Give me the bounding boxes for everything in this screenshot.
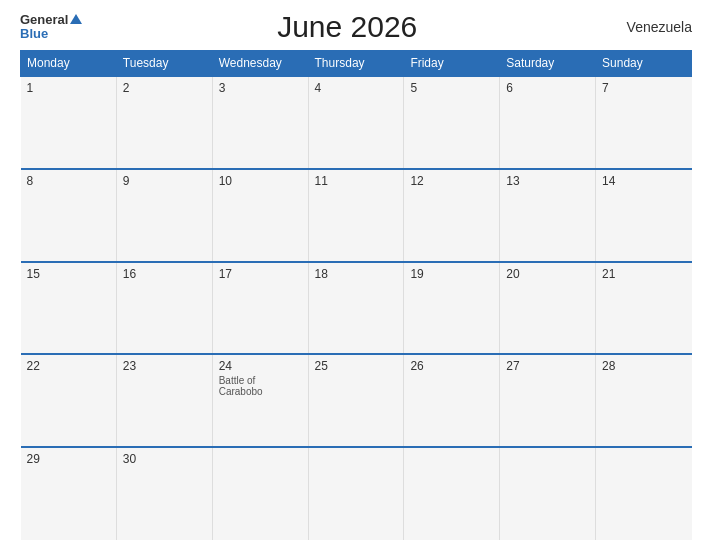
day-number: 13 <box>506 174 589 188</box>
column-header-sunday: Sunday <box>596 51 692 77</box>
page-header: General Blue June 2026 Venezuela <box>20 10 692 44</box>
calendar-body: 123456789101112131415161718192021222324B… <box>21 76 692 540</box>
day-number: 10 <box>219 174 302 188</box>
day-number: 6 <box>506 81 589 95</box>
calendar-cell: 26 <box>404 354 500 447</box>
holiday-label: Battle of Carabobo <box>219 375 302 397</box>
logo-general-text: General <box>20 12 68 27</box>
day-number: 26 <box>410 359 493 373</box>
day-number: 20 <box>506 267 589 281</box>
column-header-friday: Friday <box>404 51 500 77</box>
day-number: 24 <box>219 359 302 373</box>
calendar-cell: 30 <box>116 447 212 540</box>
calendar-cell: 16 <box>116 262 212 355</box>
calendar-cell: 8 <box>21 169 117 262</box>
country-label: Venezuela <box>612 19 692 35</box>
calendar-cell: 22 <box>21 354 117 447</box>
day-number: 4 <box>315 81 398 95</box>
day-number: 11 <box>315 174 398 188</box>
calendar-cell: 19 <box>404 262 500 355</box>
day-number: 9 <box>123 174 206 188</box>
day-number: 23 <box>123 359 206 373</box>
day-number: 1 <box>27 81 110 95</box>
day-number: 14 <box>602 174 685 188</box>
calendar-cell: 17 <box>212 262 308 355</box>
column-header-monday: Monday <box>21 51 117 77</box>
day-number: 30 <box>123 452 206 466</box>
calendar-cell: 13 <box>500 169 596 262</box>
logo-top-row: General <box>20 13 82 27</box>
calendar-cell: 14 <box>596 169 692 262</box>
day-number: 27 <box>506 359 589 373</box>
day-number: 18 <box>315 267 398 281</box>
calendar-cell: 11 <box>308 169 404 262</box>
day-number: 7 <box>602 81 685 95</box>
calendar-cell: 15 <box>21 262 117 355</box>
calendar-cell: 5 <box>404 76 500 169</box>
day-number: 8 <box>27 174 110 188</box>
calendar-cell: 28 <box>596 354 692 447</box>
day-number: 3 <box>219 81 302 95</box>
calendar-cell: 25 <box>308 354 404 447</box>
day-number: 16 <box>123 267 206 281</box>
calendar-week-row: 891011121314 <box>21 169 692 262</box>
calendar-cell: 12 <box>404 169 500 262</box>
calendar-cell: 7 <box>596 76 692 169</box>
calendar-cell: 4 <box>308 76 404 169</box>
day-number: 17 <box>219 267 302 281</box>
column-header-saturday: Saturday <box>500 51 596 77</box>
calendar-cell: 18 <box>308 262 404 355</box>
day-number: 5 <box>410 81 493 95</box>
calendar-cell: 2 <box>116 76 212 169</box>
day-number: 22 <box>27 359 110 373</box>
logo-triangle-icon <box>70 14 82 24</box>
calendar-cell <box>212 447 308 540</box>
calendar-week-row: 15161718192021 <box>21 262 692 355</box>
calendar-table: MondayTuesdayWednesdayThursdayFridaySatu… <box>20 50 692 540</box>
calendar-cell <box>404 447 500 540</box>
day-number: 25 <box>315 359 398 373</box>
calendar-cell <box>500 447 596 540</box>
calendar-cell: 6 <box>500 76 596 169</box>
calendar-week-row: 222324Battle of Carabobo25262728 <box>21 354 692 447</box>
day-number: 19 <box>410 267 493 281</box>
day-number: 21 <box>602 267 685 281</box>
logo: General Blue <box>20 13 82 42</box>
calendar-cell: 10 <box>212 169 308 262</box>
calendar-week-row: 1234567 <box>21 76 692 169</box>
calendar-cell: 29 <box>21 447 117 540</box>
calendar-cell: 9 <box>116 169 212 262</box>
calendar-cell: 3 <box>212 76 308 169</box>
calendar-header: MondayTuesdayWednesdayThursdayFridaySatu… <box>21 51 692 77</box>
calendar-cell: 21 <box>596 262 692 355</box>
month-title: June 2026 <box>277 10 417 44</box>
calendar-cell <box>308 447 404 540</box>
calendar-cell: 27 <box>500 354 596 447</box>
column-header-thursday: Thursday <box>308 51 404 77</box>
calendar-week-row: 2930 <box>21 447 692 540</box>
logo-blue-text: Blue <box>20 27 48 41</box>
calendar-cell: 1 <box>21 76 117 169</box>
column-header-wednesday: Wednesday <box>212 51 308 77</box>
day-number: 2 <box>123 81 206 95</box>
calendar-cell: 24Battle of Carabobo <box>212 354 308 447</box>
calendar-cell <box>596 447 692 540</box>
calendar-cell: 23 <box>116 354 212 447</box>
day-number: 29 <box>27 452 110 466</box>
day-number: 15 <box>27 267 110 281</box>
day-number: 12 <box>410 174 493 188</box>
calendar-header-row: MondayTuesdayWednesdayThursdayFridaySatu… <box>21 51 692 77</box>
calendar-cell: 20 <box>500 262 596 355</box>
day-number: 28 <box>602 359 685 373</box>
column-header-tuesday: Tuesday <box>116 51 212 77</box>
